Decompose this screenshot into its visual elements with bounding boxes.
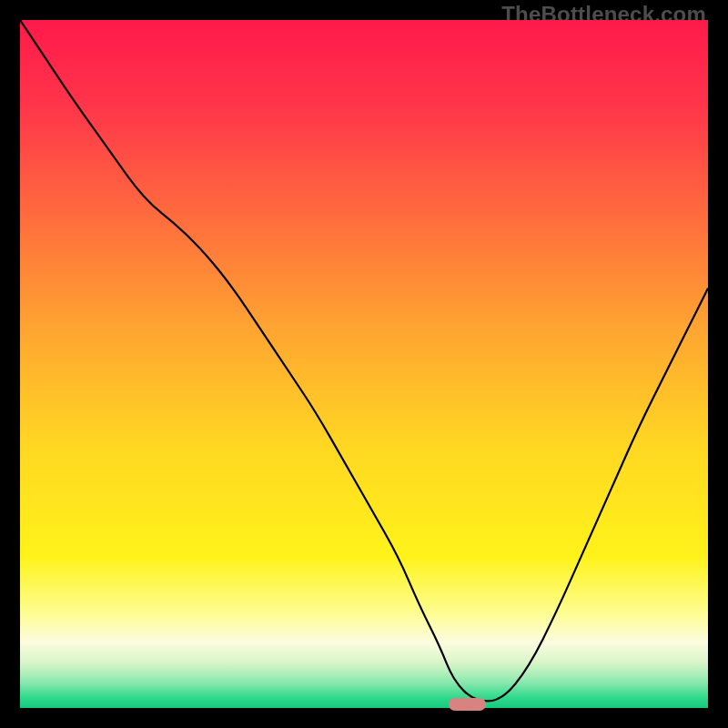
chart-frame (20, 20, 708, 708)
optimum-marker (449, 698, 487, 711)
bottleneck-chart (20, 20, 708, 708)
gradient-background (20, 20, 708, 708)
